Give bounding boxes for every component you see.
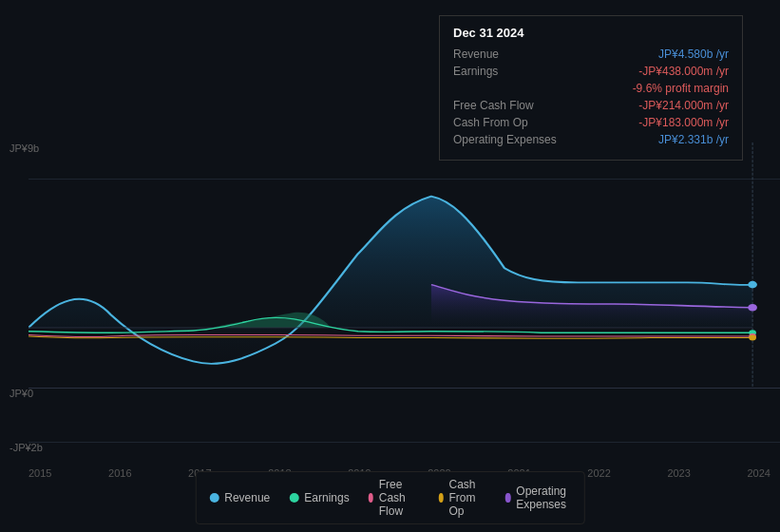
legend-cashop[interactable]: Cash From Op (438, 478, 486, 518)
legend-opex[interactable]: Operating Expenses (505, 484, 571, 511)
legend-dot-fcf (369, 493, 373, 503)
profit-margin-value: -9.6% profit margin (633, 82, 729, 95)
revenue-value: JP¥4.580b /yr (658, 48, 729, 61)
tooltip-row-fcf: Free Cash Flow -JP¥214.000m /yr (453, 99, 729, 112)
fcf-label: Free Cash Flow (453, 99, 577, 112)
chart-legend: Revenue Earnings Free Cash Flow Cash Fro… (195, 471, 585, 524)
legend-fcf[interactable]: Free Cash Flow (369, 478, 420, 518)
tooltip-row-opex: Operating Expenses JP¥2.331b /yr (453, 133, 729, 146)
cashop-value: -JP¥183.000m /yr (638, 116, 729, 129)
revenue-dot (748, 281, 757, 289)
revenue-fill (29, 197, 752, 364)
opex-value: JP¥2.331b /yr (658, 133, 729, 146)
x-label-2015: 2015 (29, 467, 51, 479)
opex-label: Operating Expenses (453, 133, 577, 146)
cashop-dot (749, 334, 756, 340)
x-label-2023: 2023 (667, 467, 690, 479)
opex-dot (748, 304, 757, 312)
legend-dot-cashop (438, 493, 443, 503)
x-label-2022: 2022 (587, 467, 610, 479)
revenue-label: Revenue (453, 48, 577, 61)
fcf-value: -JP¥214.000m /yr (638, 99, 729, 112)
x-label-2016: 2016 (108, 467, 131, 479)
profit-margin-row: -9.6% profit margin (453, 82, 729, 95)
chart-svg (29, 142, 780, 466)
tooltip-date: Dec 31 2024 (453, 26, 729, 40)
legend-label-cashop: Cash From Op (449, 478, 487, 518)
legend-earnings[interactable]: Earnings (289, 491, 349, 504)
legend-dot-opex (505, 493, 510, 503)
legend-label-revenue: Revenue (224, 491, 270, 504)
tooltip-row-earnings: Earnings -JP¥438.000m /yr (453, 65, 729, 78)
earnings-label: Earnings (453, 65, 577, 78)
legend-label-earnings: Earnings (304, 491, 349, 504)
earnings-value: -JP¥438.000m /yr (638, 65, 729, 78)
legend-revenue[interactable]: Revenue (209, 491, 270, 504)
legend-label-fcf: Free Cash Flow (379, 478, 420, 518)
legend-dot-earnings (289, 493, 298, 503)
legend-dot-revenue (209, 493, 219, 503)
legend-label-opex: Operating Expenses (516, 484, 570, 511)
tooltip-row-cashop: Cash From Op -JP¥183.000m /yr (453, 116, 729, 129)
tooltip-row-revenue: Revenue JP¥4.580b /yr (453, 48, 729, 61)
cashop-label: Cash From Op (453, 116, 577, 129)
x-label-2024: 2024 (747, 467, 770, 479)
tooltip-box: Dec 31 2024 Revenue JP¥4.580b /yr Earnin… (439, 15, 743, 161)
